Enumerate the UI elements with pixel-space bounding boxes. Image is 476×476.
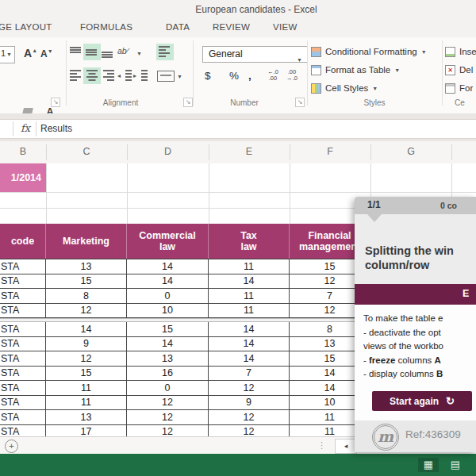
column-header-D[interactable]: D — [127, 146, 209, 157]
align-left-icon[interactable] — [70, 70, 83, 82]
score-cell[interactable]: 13 — [46, 410, 127, 425]
score-cell[interactable]: 0 — [127, 381, 209, 396]
tab-resize-dots-icon[interactable]: ⋮ — [317, 440, 326, 451]
insert-function-icon[interactable]: fx — [21, 122, 30, 134]
score-cell[interactable]: 14 — [209, 351, 290, 367]
align-middle-icon[interactable] — [86, 46, 98, 58]
candidate-code-cell[interactable]: STA — [0, 259, 46, 274]
align-center-icon[interactable] — [86, 70, 98, 82]
tab-view[interactable]: VIEW — [273, 22, 298, 32]
dialog-launcher-icon[interactable]: ↘ — [183, 98, 193, 107]
score-cell[interactable]: 12 — [127, 410, 209, 425]
increase-font-size-button[interactable]: A▲ — [24, 47, 37, 60]
score-cell[interactable]: 12 — [46, 351, 127, 367]
dialog-launcher-icon[interactable]: ↘ — [51, 98, 60, 107]
column-header-C[interactable]: C — [46, 146, 127, 157]
align-top-icon[interactable] — [70, 46, 83, 58]
candidate-code-cell[interactable]: STA — [0, 367, 46, 382]
decrease-decimal-button[interactable]: .00→.0 — [283, 69, 301, 82]
chevron-down-icon[interactable]: ▼ — [6, 52, 12, 57]
score-cell[interactable]: 12 — [209, 425, 290, 437]
column-header-B[interactable]: B — [0, 146, 46, 157]
score-cell[interactable]: 17 — [46, 425, 127, 437]
table-header-tax-law[interactable]: Taxlaw — [209, 224, 290, 259]
table-header-commercial-law[interactable]: Commerciallaw — [127, 224, 209, 259]
cell-styles-button[interactable]: Cell Styles▼ — [311, 81, 378, 95]
score-cell[interactable]: 12 — [209, 381, 290, 396]
column-header-E[interactable]: E — [209, 146, 290, 157]
score-cell[interactable]: 14 — [127, 274, 209, 290]
score-cell[interactable]: 16 — [127, 367, 209, 382]
score-cell[interactable]: 14 — [209, 322, 290, 337]
tab-age-layout[interactable]: AGE LAYOUT — [0, 22, 52, 32]
score-cell[interactable]: 14 — [209, 274, 290, 290]
score-cell[interactable]: 15 — [46, 274, 127, 290]
tab-formulas[interactable]: FORMULAS — [80, 22, 132, 32]
candidate-code-cell[interactable]: STA — [0, 396, 46, 411]
formula-bar-input[interactable]: Results — [40, 123, 72, 134]
score-cell[interactable]: 7 — [209, 367, 290, 382]
candidate-code-cell[interactable]: STA — [0, 410, 46, 425]
candidate-code-cell[interactable]: STA — [0, 351, 46, 367]
score-cell[interactable]: 10 — [127, 304, 209, 319]
score-cell[interactable]: 11 — [209, 289, 290, 304]
increase-indent-icon[interactable]: ▸ — [135, 70, 148, 82]
score-cell[interactable]: 12 — [127, 396, 209, 411]
score-cell[interactable]: 11 — [46, 381, 127, 396]
table-header-marketing[interactable]: Marketing — [46, 224, 127, 259]
candidate-code-cell[interactable]: STA — [0, 322, 46, 337]
score-cell[interactable]: 13 — [46, 259, 127, 274]
orientation-button[interactable]: ab∕ — [117, 46, 128, 56]
score-cell[interactable]: 11 — [46, 396, 127, 411]
score-cell[interactable]: 15 — [46, 367, 127, 382]
score-cell[interactable]: 9 — [46, 337, 127, 352]
tab-review[interactable]: REVIEW — [213, 22, 250, 32]
decrease-font-size-button[interactable]: A▼ — [40, 48, 53, 60]
merge-center-button[interactable] — [157, 71, 175, 82]
candidate-code-cell[interactable]: STA — [0, 304, 46, 319]
increase-decimal-button[interactable]: ←.0.00 — [264, 69, 282, 82]
table-header-code[interactable]: code — [0, 224, 46, 259]
number-format-combo[interactable]: General ▼ — [202, 46, 308, 63]
score-cell[interactable]: 8 — [46, 289, 127, 304]
score-cell[interactable]: 12 — [127, 425, 209, 437]
dialog-launcher-icon[interactable]: ↘ — [295, 98, 305, 107]
percent-format-button[interactable]: % — [229, 70, 239, 82]
date-cell[interactable]: 1/2014 — [0, 163, 46, 192]
delete-cells-button[interactable]: ✕Del — [445, 63, 473, 77]
start-again-button[interactable]: Start again ↻ — [372, 391, 472, 411]
comma-format-button[interactable]: , — [248, 70, 251, 82]
format-cells-button[interactable]: For — [445, 81, 473, 95]
score-cell[interactable]: 11 — [209, 259, 290, 274]
score-cell[interactable]: 12 — [209, 410, 290, 425]
score-cell[interactable]: 13 — [127, 351, 209, 367]
candidate-code-cell[interactable]: STA — [0, 274, 46, 290]
score-cell[interactable]: 14 — [127, 337, 209, 352]
score-cell[interactable]: 11 — [209, 304, 290, 319]
wrap-text-icon[interactable] — [159, 46, 171, 58]
score-cell[interactable]: 14 — [209, 337, 290, 352]
column-header-G[interactable]: G — [370, 146, 451, 157]
chevron-down-icon[interactable]: ▼ — [136, 51, 142, 56]
score-cell[interactable]: 12 — [46, 304, 127, 319]
candidate-code-cell[interactable]: STA — [0, 425, 46, 437]
score-cell[interactable]: 0 — [127, 289, 209, 304]
score-cell[interactable]: 14 — [127, 259, 209, 274]
candidate-code-cell[interactable]: STA — [0, 289, 46, 304]
tab-data[interactable]: DATA — [166, 22, 190, 32]
align-right-icon[interactable] — [102, 70, 114, 82]
candidate-code-cell[interactable]: STA — [0, 381, 46, 396]
scroll-left-button[interactable]: ◂ — [335, 439, 357, 454]
column-header-F[interactable]: F — [290, 146, 370, 157]
decrease-indent-icon[interactable]: ◂ — [119, 70, 132, 82]
candidate-code-cell[interactable]: STA — [0, 337, 46, 352]
align-bottom-icon[interactable] — [102, 46, 114, 58]
score-cell[interactable]: 15 — [127, 322, 209, 337]
format-as-table-button[interactable]: Format as Table▼ — [311, 63, 400, 77]
chevron-down-icon[interactable]: ▼ — [177, 74, 182, 79]
insert-cells-button[interactable]: Inse — [445, 44, 476, 59]
new-sheet-button[interactable]: + — [5, 440, 18, 453]
conditional-formatting-button[interactable]: Conditional Formatting▼ — [311, 44, 427, 59]
score-cell[interactable]: 14 — [46, 322, 127, 337]
normal-view-icon[interactable]: ▦ — [418, 458, 439, 472]
